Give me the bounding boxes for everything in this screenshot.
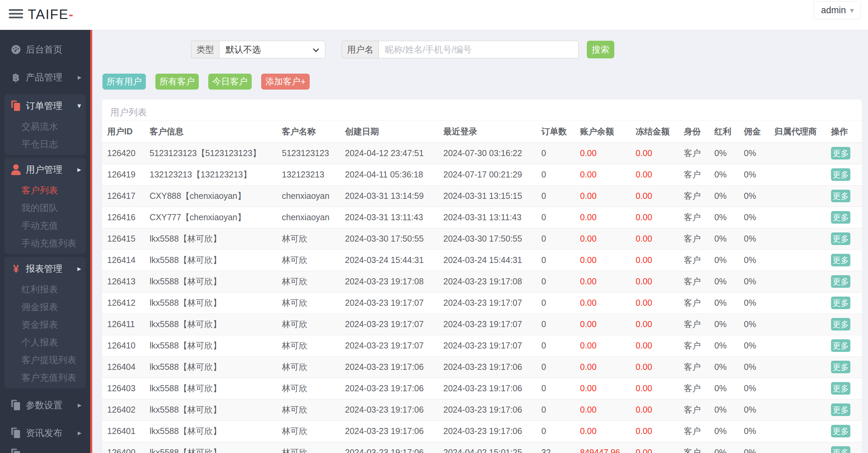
cell-balance: 0.00 [580,228,636,249]
cell-user-id: 126401 [102,420,150,442]
cell-balance: 0.00 [580,271,636,292]
sidebar-item-user-management[interactable]: 用户管理 ▸ [4,158,86,182]
sidebar-item-trade-flow[interactable]: 交易流水 [4,118,86,135]
sidebar-item-manual-recharge[interactable]: 手动充值 [4,217,86,234]
more-button[interactable]: 更多 [831,425,850,437]
add-customer-button[interactable]: 添加客户+ [261,74,310,90]
more-button[interactable]: 更多 [831,275,850,288]
cell-order-count: 0 [541,356,580,378]
cell-user-id: 126415 [102,228,150,249]
cell-customer-name: 林可欣 [282,399,345,420]
cell-last-login: 2024-07-17 00:21:29 [443,164,541,185]
sidebar-item-customer-list[interactable]: 客户列表 [4,182,86,199]
user-menu-button[interactable]: admin ▾ [814,1,861,19]
sidebar-item-recharge-list[interactable]: 客户充值列表 [4,369,86,386]
col-created-date: 创建日期 [345,121,443,143]
app-logo: TAIFE- [28,7,74,22]
sidebar-item-personal-report[interactable]: 个人报表 [4,334,86,351]
cell-order-count: 0 [541,164,580,185]
sidebar-item-parameter-settings[interactable]: 参数设置 ▸ [0,391,90,419]
type-filter-label: 类型 [191,41,219,58]
cell-last-login: 2024-03-23 19:17:07 [443,335,541,356]
cell-role: 客户 [684,271,714,292]
more-button[interactable]: 更多 [831,403,850,416]
cell-role: 客户 [684,442,714,453]
cell-customer-name: 林可欣 [282,442,345,453]
cell-frozen: 0.00 [636,378,684,399]
sidebar-item-manual-recharge-list[interactable]: 手动充值列表 [4,234,86,252]
cell-role: 客户 [684,228,714,249]
cell-customer-info: CXY888【chenxiaoyan】 [150,185,282,207]
cell-agent [774,356,831,378]
cell-order-count: 0 [541,143,580,164]
more-button[interactable]: 更多 [831,254,850,266]
sidebar-item-products[interactable]: ฿ 产品管理 ▸ [0,63,90,91]
cell-agent [774,249,831,271]
more-button[interactable]: 更多 [831,190,850,202]
cell-user-id: 126420 [102,143,150,164]
table-row: 126412 lkx5588【林可欣】 林可欣 2024-03-23 19:17… [102,292,862,314]
cell-user-id: 126419 [102,164,150,185]
cell-role: 客户 [684,356,714,378]
hamburger-menu-icon[interactable] [9,9,23,21]
type-filter-select[interactable]: 默认不选 [219,41,325,58]
col-bonus: 红利 [714,121,744,143]
more-button[interactable]: 更多 [831,297,850,309]
cell-created-date: 2024-03-31 13:11:43 [345,207,443,228]
cell-commission: 0% [744,228,774,249]
more-button[interactable]: 更多 [831,339,850,352]
cell-balance: 0.00 [580,399,636,420]
cell-balance: 0.00 [580,292,636,314]
cell-role: 客户 [684,185,714,207]
cell-commission: 0% [744,442,774,453]
sidebar-item-partial[interactable] [0,440,90,453]
sidebar-item-label: 用户管理 [26,164,62,176]
cell-user-id: 126402 [102,399,150,420]
logo-text: TAIFE [28,7,69,22]
cell-actions: 更多 [831,335,862,356]
sidebar-item-withdraw-list[interactable]: 客户提现列表 [4,351,86,369]
more-button[interactable]: 更多 [831,318,850,331]
bitcoin-icon: ฿ [10,72,22,83]
sidebar-item-report-management[interactable]: ¥ 报表管理 ▸ [4,257,86,281]
more-button[interactable]: 更多 [831,382,850,395]
sidebar: 后台首页 ฿ 产品管理 ▸ 订单管理 ▾ 交易流水 平仓日志 用户管理 ▸ 客户… [0,30,92,453]
sidebar-item-close-log[interactable]: 平仓日志 [4,135,86,153]
sidebar-item-dashboard[interactable]: 后台首页 [0,36,90,63]
sidebar-item-funds-report[interactable]: 资金报表 [4,316,86,334]
username-input[interactable] [379,41,579,58]
cell-commission: 0% [744,314,774,335]
cell-bonus: 0% [714,271,744,292]
more-button[interactable]: 更多 [831,147,850,159]
cell-customer-info: lkx5588【林可欣】 [150,335,282,356]
cell-actions: 更多 [831,271,862,292]
cell-bonus: 0% [714,228,744,249]
more-button[interactable]: 更多 [831,361,850,373]
today-customers-button[interactable]: 今日客户 [208,74,252,90]
sidebar-item-orders[interactable]: 订单管理 ▾ [4,94,86,118]
cell-commission: 0% [744,143,774,164]
more-button[interactable]: 更多 [831,446,850,453]
sidebar-item-commission-report[interactable]: 佣金报表 [4,298,86,316]
more-button[interactable]: 更多 [831,168,850,181]
more-button[interactable]: 更多 [831,211,850,224]
all-users-button[interactable]: 所有用户 [102,74,146,90]
user-menu-label: admin [821,5,846,16]
cell-role: 客户 [684,314,714,335]
cell-last-login: 2024-03-23 19:17:06 [443,356,541,378]
all-customers-button[interactable]: 所有客户 [155,74,199,90]
more-button[interactable]: 更多 [831,232,850,245]
cell-bonus: 0% [714,314,744,335]
cell-actions: 更多 [831,207,862,228]
type-filter-group: 类型 默认不选 [191,41,325,58]
cell-actions: 更多 [831,292,862,314]
cell-customer-name: 林可欣 [282,271,345,292]
cell-created-date: 2024-03-23 19:17:07 [345,292,443,314]
cell-customer-name: 林可欣 [282,314,345,335]
cell-customer-info: 132123213【132123213】 [150,164,282,185]
sidebar-item-dividend-report[interactable]: 红利报表 [4,281,86,298]
sidebar-item-my-team[interactable]: 我的团队 [4,199,86,217]
cell-frozen: 0.00 [636,164,684,185]
search-button[interactable]: 搜索 [587,41,614,58]
cell-order-count: 0 [541,292,580,314]
